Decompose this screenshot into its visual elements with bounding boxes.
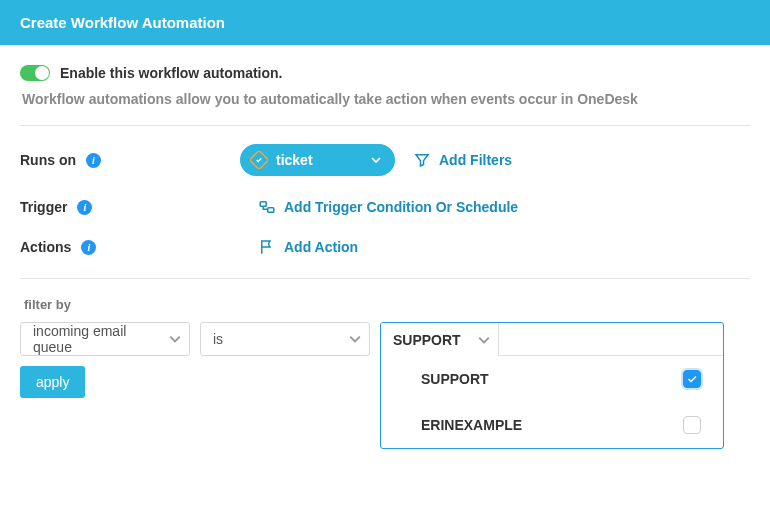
dropdown-option-support[interactable]: SUPPORT (381, 356, 723, 402)
divider (20, 125, 750, 126)
divider (20, 278, 750, 279)
checkbox-checked[interactable] (683, 370, 701, 388)
runs-on-label: Runs on (20, 152, 76, 168)
runs-on-value: ticket (276, 152, 313, 168)
add-action-button[interactable]: Add Action (258, 238, 358, 256)
filter-value-text: SUPPORT (393, 332, 461, 348)
caret-down-icon (371, 155, 381, 165)
runs-on-select[interactable]: ticket (240, 144, 395, 176)
option-label: SUPPORT (421, 371, 489, 387)
chevron-down-icon (349, 333, 361, 345)
info-icon[interactable]: i (77, 200, 92, 215)
chevron-down-icon (478, 334, 490, 346)
add-action-label: Add Action (284, 239, 358, 255)
info-icon[interactable]: i (86, 153, 101, 168)
filter-value-select[interactable]: SUPPORT (381, 323, 499, 356)
filter-by-label: filter by (24, 297, 750, 312)
schedule-icon (258, 198, 276, 216)
add-trigger-label: Add Trigger Condition Or Schedule (284, 199, 518, 215)
ticket-icon (250, 151, 268, 169)
apply-button[interactable]: apply (20, 366, 85, 398)
svg-rect-2 (268, 208, 274, 213)
page-title: Create Workflow Automation (20, 14, 225, 31)
enable-toggle[interactable] (20, 65, 50, 81)
filter-field-select[interactable]: incoming email queue (20, 322, 190, 356)
actions-label: Actions (20, 239, 71, 255)
content-area: Enable this workflow automation. Workflo… (0, 45, 770, 398)
add-filters-label: Add Filters (439, 152, 512, 168)
enable-label: Enable this workflow automation. (60, 65, 282, 81)
svg-rect-1 (260, 202, 266, 207)
add-trigger-button[interactable]: Add Trigger Condition Or Schedule (258, 198, 518, 216)
page-header: Create Workflow Automation (0, 0, 770, 45)
chevron-down-icon (169, 333, 181, 345)
filter-operator-select[interactable]: is (200, 322, 370, 356)
info-icon[interactable]: i (81, 240, 96, 255)
option-label: ERINEXAMPLE (421, 417, 522, 433)
trigger-label: Trigger (20, 199, 67, 215)
add-filters-button[interactable]: Add Filters (413, 151, 512, 169)
checkbox-unchecked[interactable] (683, 416, 701, 434)
filter-value-dropdown: SUPPORT SUPPORT ERINEXAMPLE (380, 322, 724, 449)
filter-field-value: incoming email queue (33, 323, 161, 355)
dropdown-option-erinexample[interactable]: ERINEXAMPLE (381, 402, 723, 448)
filter-operator-value: is (213, 331, 223, 347)
flag-icon (258, 238, 276, 256)
description-text: Workflow automations allow you to automa… (22, 91, 750, 107)
filter-icon (413, 151, 431, 169)
